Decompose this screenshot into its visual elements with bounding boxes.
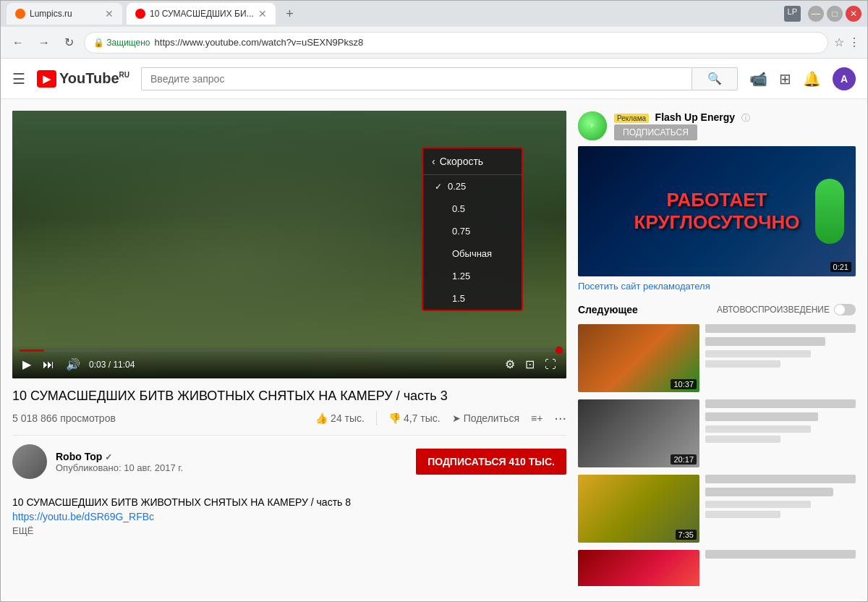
youtube-logo-icon: ▶ — [37, 70, 56, 88]
main-content: ‹ Скорость ✓ 0.25 0.5 0.75 — [1, 99, 867, 601]
apps-icon[interactable]: ⊞ — [779, 70, 791, 88]
subscribe-button[interactable]: ПОДПИСАТЬСЯ 410 ТЫС. — [416, 449, 566, 475]
show-more-button[interactable]: ЕЩЁ — [12, 525, 566, 536]
sidebar-video-info-2 — [705, 399, 856, 467]
play-button[interactable]: ▶ — [20, 356, 34, 373]
back-arrow-icon: ‹ — [432, 156, 435, 167]
maximize-button[interactable]: □ — [827, 6, 843, 22]
list-item[interactable]: 20:17 — [578, 399, 856, 467]
toggle-knob — [835, 305, 845, 315]
channel-avatar — [12, 444, 47, 479]
youtube-logo[interactable]: ▶ YouTubeRU — [37, 70, 129, 88]
youtube-logo-text: YouTubeRU — [59, 70, 129, 87]
settings-button[interactable]: ⚙ — [502, 356, 518, 373]
share-label: Поделиться — [464, 412, 519, 424]
search-input[interactable] — [141, 67, 692, 90]
tab-lumpics-close[interactable]: ✕ — [105, 8, 114, 20]
right-controls: ⚙ ⊡ ⛶ — [502, 356, 559, 373]
minimize-button[interactable]: — — [808, 6, 824, 22]
progress-bar[interactable] — [20, 349, 559, 352]
like-button[interactable]: 👍 24 тыс. — [315, 412, 365, 424]
youtube-header: ☰ ▶ YouTubeRU 🔍 📹 ⊞ 🔔 A — [1, 59, 867, 99]
speed-value-075: 0.75 — [452, 226, 470, 237]
ad-subscribe-button[interactable]: ПОДПИСАТЬСЯ — [614, 124, 697, 140]
speed-value-15: 1.5 — [452, 293, 465, 304]
search-button[interactable]: 🔍 — [692, 67, 738, 90]
autoplay-toggle[interactable] — [834, 304, 856, 315]
sidebar-video-meta-3 — [705, 501, 811, 508]
speed-item-15[interactable]: 1.5 — [423, 287, 522, 310]
speed-menu-header[interactable]: ‹ Скорость — [423, 148, 522, 175]
ad-info-icon: ⓘ — [741, 113, 750, 123]
ad-channel-name: Flash Up Energy — [655, 111, 735, 123]
bookmark-icon[interactable]: ☆ — [834, 35, 844, 49]
speed-item-025[interactable]: ✓ 0.25 — [423, 175, 522, 198]
add-button[interactable]: ≡+ — [531, 412, 542, 424]
sidebar-video-title-3b — [705, 488, 833, 496]
speed-value-05: 0.5 — [452, 203, 465, 214]
camera-icon[interactable]: 📹 — [749, 70, 767, 88]
sidebar-video-title-4 — [705, 550, 856, 559]
ad-duration: 0:21 — [830, 262, 851, 272]
list-item[interactable] — [578, 550, 856, 586]
forward-button[interactable]: → — [34, 33, 54, 52]
check-icon: ✓ — [435, 182, 442, 192]
sidebar-video-meta-3b — [705, 511, 780, 518]
video-meta: 5 018 866 просмотров 👍 24 тыс. 👎 4,7 тыс… — [12, 410, 566, 426]
more-options-icon[interactable]: ⋮ — [848, 35, 860, 49]
share-button[interactable]: ➤ Поделиться — [452, 412, 519, 424]
autoplay-row: АВТОВОСПРОИЗВЕДЕНИЕ — [717, 304, 856, 315]
bell-icon[interactable]: 🔔 — [803, 70, 821, 88]
tab-youtube-close[interactable]: ✕ — [258, 8, 267, 20]
volume-button[interactable]: 🔊 — [63, 356, 83, 373]
close-button[interactable]: ✕ — [846, 6, 861, 22]
header-icons: 📹 ⊞ 🔔 A — [749, 67, 856, 90]
ad-link[interactable]: Посетить сайт рекламодателя — [578, 281, 710, 292]
tab-lumpics[interactable]: Lumpics.ru ✕ — [7, 3, 122, 25]
ad-thumbnail-content: РАБОТАЕТКРУГЛОСУТОЧНО — [634, 189, 800, 234]
window-controls: LP — □ ✕ — [784, 6, 861, 22]
yt-favicon — [135, 9, 145, 19]
sidebar-video-thumbnail-2: 20:17 — [578, 399, 699, 467]
thumb-up-icon: 👍 — [315, 412, 328, 424]
video-link[interactable]: https://youtu.be/dSR69G_RFBc — [12, 511, 566, 522]
speed-item-05[interactable]: 0.5 — [423, 198, 522, 220]
speed-item-normal[interactable]: Обычная — [423, 242, 522, 265]
channel-name[interactable]: Robo Top ✓ — [56, 451, 407, 462]
more-button[interactable]: ··· — [554, 410, 566, 426]
speed-item-075[interactable]: 0.75 — [423, 220, 522, 242]
menu-icon[interactable]: ☰ — [12, 70, 25, 88]
video-section: ‹ Скорость ✓ 0.25 0.5 0.75 — [1, 99, 578, 601]
url-bar[interactable]: 🔒 Защищено https://www.youtube.com/watch… — [84, 32, 828, 54]
fullscreen-button[interactable]: ⛶ — [542, 357, 559, 373]
ad-thumbnail[interactable]: РАБОТАЕТКРУГЛОСУТОЧНО 0:21 — [578, 146, 856, 276]
next-button[interactable]: ⏭ — [40, 357, 57, 373]
sidebar-video-meta-1b — [705, 360, 780, 368]
ad-channel-header: Реклама Flash Up Energy ⓘ — [614, 111, 856, 124]
ad-info: Реклама Flash Up Energy ⓘ ПОДПИСАТЬСЯ — [614, 111, 856, 140]
miniplayer-button[interactable]: ⊡ — [522, 356, 537, 373]
user-avatar[interactable]: A — [833, 67, 856, 90]
sidebar-video-title-2 — [705, 399, 856, 408]
speed-value-125: 1.25 — [452, 271, 470, 281]
list-item[interactable]: 10:37 — [578, 324, 856, 392]
speed-item-125[interactable]: 1.25 — [423, 265, 522, 287]
sidebar: F Реклама Flash Up Energy ⓘ ПОДПИСАТЬСЯ — [578, 99, 867, 601]
sidebar-video-thumbnail-4 — [578, 550, 699, 586]
dislike-count: 4,7 тыс. — [404, 412, 441, 424]
dislike-button[interactable]: 👎 4,7 тыс. — [388, 412, 441, 424]
share-icon: ➤ — [452, 412, 461, 424]
video-description: 10 СУМАСШЕДШИХ БИТВ ЖИВОТНЫХ СНЯТЫХ НА К… — [12, 496, 566, 508]
list-item[interactable]: 7:35 — [578, 475, 856, 543]
progress-dot — [556, 347, 563, 354]
speed-menu: ‹ Скорость ✓ 0.25 0.5 0.75 — [422, 147, 523, 311]
divider — [376, 411, 377, 425]
tab-youtube[interactable]: 10 СУМАСШЕДШИХ БИ... ✕ — [127, 3, 276, 25]
new-tab-button[interactable]: + — [280, 4, 300, 24]
reload-button[interactable]: ↻ — [60, 33, 78, 52]
next-header: Следующее АВТОВОСПРОИЗВЕДЕНИЕ — [578, 304, 856, 315]
back-button[interactable]: ← — [8, 33, 28, 52]
sidebar-video-info-3 — [705, 475, 856, 543]
video-player[interactable]: ‹ Скорость ✓ 0.25 0.5 0.75 — [12, 111, 566, 378]
video-controls: ▶ ⏭ 🔊 0:03 / 11:04 ⚙ ⊡ ⛶ — [12, 345, 566, 378]
